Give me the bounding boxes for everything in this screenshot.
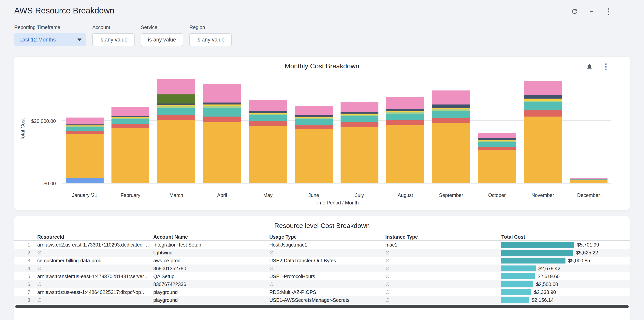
service-filter-button[interactable]: is any value [141,33,183,46]
more-vert-icon[interactable]: ⋮ [604,8,612,16]
column-header[interactable]: Total Cost [499,233,630,240]
table-row[interactable]: 5arn:aws:transfer:us-east-1:479370281431… [14,272,630,280]
table-row[interactable]: 7arn:aws:rds:us-east-1:448640225317:db:p… [14,288,630,296]
bar-column[interactable] [474,75,520,183]
bar-stack[interactable] [386,97,424,183]
bar-segment-teal[interactable] [386,114,424,121]
filter-icon[interactable] [588,8,596,16]
bar-segment-amber[interactable] [157,120,195,183]
bar-column[interactable] [520,75,566,183]
bar-segment-navy[interactable] [157,104,195,105]
bar-segment-teal[interactable] [432,111,470,118]
bar-segment-teal[interactable] [524,102,562,110]
bar-segment-teal[interactable] [157,108,195,116]
bar-segment-pink[interactable] [386,97,424,109]
bar-segment-blue[interactable] [66,178,104,183]
chart-more-vert-icon[interactable]: ⋮ [602,63,610,71]
bar-column[interactable] [199,75,245,183]
bar-segment-pink[interactable] [66,118,104,124]
bar-column[interactable] [245,75,291,183]
bar-column[interactable] [62,75,108,183]
bar-segment-olive[interactable] [157,94,195,104]
bar-segment-gold[interactable] [524,99,562,101]
bar-segment-amber[interactable] [112,128,149,183]
bar-segment-amber[interactable] [340,127,378,183]
table-row[interactable]: 2∅lightwing∅∅$5,625.22 [14,249,630,257]
bar-column[interactable] [291,75,336,183]
bar-segment-gold[interactable] [112,117,149,118]
bar-column[interactable] [382,75,428,183]
bar-segment-pink[interactable] [295,106,333,115]
bar-segment-amber[interactable] [203,122,241,183]
bar-segment-coral[interactable] [432,118,470,123]
bar-segment-coral[interactable] [478,147,516,150]
bar-segment-amber[interactable] [386,125,424,183]
table-row[interactable]: 4∅868001352780∅∅$2,679.42 [14,264,630,272]
region-filter-button[interactable]: is any value [190,33,232,46]
bar-segment-coral[interactable] [295,125,333,129]
bar-segment-navy[interactable] [249,111,287,113]
column-header[interactable]: ResourceId [35,233,151,240]
bar-segment-pink[interactable] [249,100,287,111]
bar-segment-gold[interactable] [157,105,195,107]
table-row[interactable]: 1arn:aws:ec2:us-east-1:733017110293:dedi… [14,241,630,249]
bar-segment-amber[interactable] [478,150,516,183]
bar-segment-pink[interactable] [112,107,149,116]
bar-stack[interactable] [157,79,195,183]
bar-segment-pink[interactable] [203,84,241,103]
bar-column[interactable] [108,75,153,183]
bar-segment-teal[interactable] [203,108,241,117]
bar-stack[interactable] [112,107,149,183]
bar-segment-pink[interactable] [340,102,378,112]
bar-segment-amber[interactable] [524,117,562,183]
bar-column[interactable] [428,75,474,183]
bar-stack[interactable] [295,106,333,183]
bar-segment-coral[interactable] [524,110,562,117]
bar-segment-teal[interactable] [295,119,333,125]
bar-column[interactable] [566,75,612,183]
bar-segment-coral[interactable] [249,121,287,126]
bar-stack[interactable] [432,91,470,183]
bar-segment-gold[interactable] [340,114,378,115]
bar-stack[interactable] [478,133,516,183]
column-header[interactable]: Account Name [151,233,267,240]
bar-stack[interactable] [340,102,378,183]
table-horizontal-scrollbar[interactable] [15,305,629,308]
account-filter-button[interactable]: is any value [92,33,134,46]
bar-segment-teal[interactable] [478,142,516,147]
bar-stack[interactable] [249,100,287,183]
bar-segment-coral[interactable] [66,131,104,134]
column-header[interactable]: Instance Type [383,233,499,240]
alert-bell-icon[interactable] [586,63,593,71]
bar-segment-gold[interactable] [203,105,241,106]
bar-stack[interactable] [524,81,562,183]
bar-segment-teal[interactable] [340,116,378,122]
bar-stack[interactable] [66,118,104,183]
bar-segment-amber[interactable] [570,180,608,183]
table-row[interactable]: 8∅playgroundUSE1-AWSSecretsManager-Secre… [14,296,630,304]
bar-segment-pink[interactable] [157,79,195,94]
bar-segment-gold[interactable] [432,108,470,109]
bar-segment-navy[interactable] [478,138,516,140]
bar-column[interactable] [336,75,382,183]
bar-segment-coral[interactable] [386,120,424,125]
bar-segment-teal[interactable] [112,119,149,124]
bar-segment-amber[interactable] [66,134,104,178]
table-row[interactable]: 3ce-customer-billing-data-prodaws-ce-pro… [14,257,630,264]
bar-segment-navy[interactable] [524,95,562,98]
bar-segment-navy[interactable] [386,109,424,111]
bar-segment-navy[interactable] [432,105,470,108]
bar-segment-navy[interactable] [203,103,241,104]
bar-segment-amber[interactable] [432,123,470,183]
table-row[interactable]: 6∅830767422336∅∅$2,500.00 [14,280,630,288]
bar-segment-navy[interactable] [340,112,378,114]
refresh-icon[interactable] [570,8,578,16]
bar-stack[interactable] [203,84,241,183]
bar-segment-teal[interactable] [66,127,104,131]
bar-segment-pink[interactable] [524,81,562,95]
bar-segment-teal[interactable] [249,115,287,122]
bar-segment-pink[interactable] [432,91,470,105]
bar-segment-coral[interactable] [112,124,149,127]
bar-segment-coral[interactable] [157,115,195,120]
bar-segment-gold[interactable] [249,113,287,114]
